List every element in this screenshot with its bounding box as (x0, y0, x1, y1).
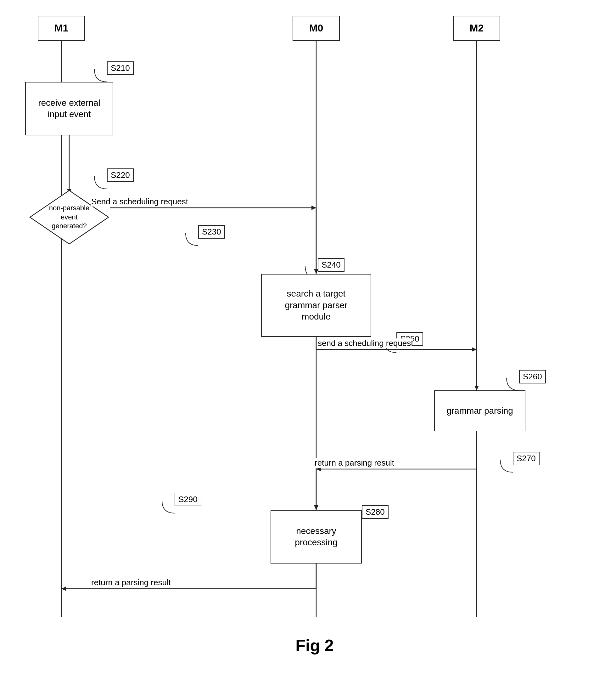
receive-event-box: receive external input event (25, 82, 113, 135)
module-M2: M2 (453, 16, 500, 41)
necessary-processing-box: necessary processing (270, 510, 362, 564)
s210-curve (88, 60, 120, 85)
s230-curve (179, 224, 211, 249)
svg-marker-12 (472, 347, 477, 352)
s260-curve (500, 368, 532, 394)
grammar-parsing-box: grammar parsing (434, 390, 525, 431)
arrow-send-scheduling-1: Send a scheduling request (91, 197, 188, 206)
svg-marker-22 (61, 587, 66, 591)
figure-label: Fig 2 (236, 636, 393, 655)
svg-marker-7 (312, 205, 316, 210)
search-target-box: search a target grammar parser module (261, 274, 371, 337)
arrow-send-scheduling-2: send a scheduling request (318, 338, 413, 348)
svg-marker-14 (474, 386, 479, 390)
s220-curve (88, 167, 120, 192)
s290-curve (156, 491, 187, 516)
svg-marker-19 (314, 505, 318, 510)
arrow-return-parsing-2: return a parsing result (91, 578, 171, 588)
arrow-return-parsing-1: return a parsing result (315, 458, 394, 468)
s270-curve (494, 450, 525, 475)
diamond-label: non-parsable event generated? (41, 204, 97, 231)
module-M1: M1 (38, 16, 85, 41)
module-M0: M0 (293, 16, 340, 41)
diagram: M1 M0 M2 S210 S220 S230 S240 S250 S (0, 0, 616, 680)
